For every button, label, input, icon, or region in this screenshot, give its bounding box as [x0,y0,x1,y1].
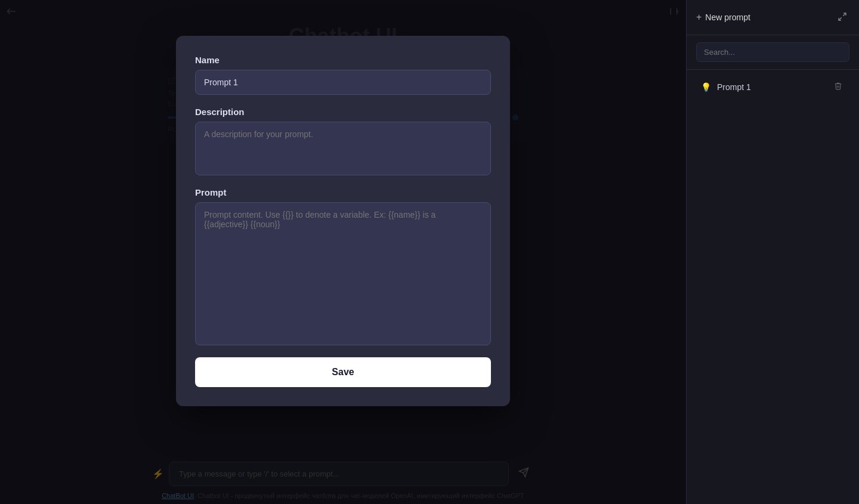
delete-prompt-button[interactable] [832,81,845,93]
save-button[interactable]: Save [195,357,491,387]
edit-prompt-modal: Name Description Prompt Save [176,36,510,406]
sidebar-item-left: 💡 Prompt 1 [701,82,751,92]
sidebar-list: 💡 Prompt 1 [687,70,859,504]
prompt-item-name: Prompt 1 [717,82,751,92]
name-label: Name [195,55,491,65]
new-prompt-label: New prompt [705,13,750,22]
svg-line-7 [839,17,842,20]
sidebar-item-prompt-1[interactable]: 💡 Prompt 1 [691,75,854,99]
expand-button[interactable] [835,10,849,26]
description-label: Description [195,107,491,117]
description-field: Description [195,107,491,175]
name-input[interactable] [195,70,491,95]
lightbulb-icon: 💡 [701,82,711,92]
search-input[interactable] [696,42,849,62]
sidebar-header: + New prompt [687,0,859,35]
description-textarea[interactable] [195,122,491,175]
prompt-textarea[interactable] [195,202,491,345]
name-field: Name [195,55,491,95]
search-container [687,35,859,70]
prompt-label: Prompt [195,187,491,197]
new-prompt-button[interactable]: + New prompt [696,7,750,27]
main-area: Chatbot UI Cu... Te... Бо... то... ф... … [0,0,686,504]
plus-icon: + [696,12,702,23]
svg-line-6 [843,13,846,16]
right-sidebar: + New prompt 💡 Prompt 1 [686,0,859,504]
modal-overlay: Name Description Prompt Save [0,0,686,504]
prompt-field: Prompt [195,187,491,345]
app-container: Chatbot UI Cu... Te... Бо... то... ф... … [0,0,859,504]
